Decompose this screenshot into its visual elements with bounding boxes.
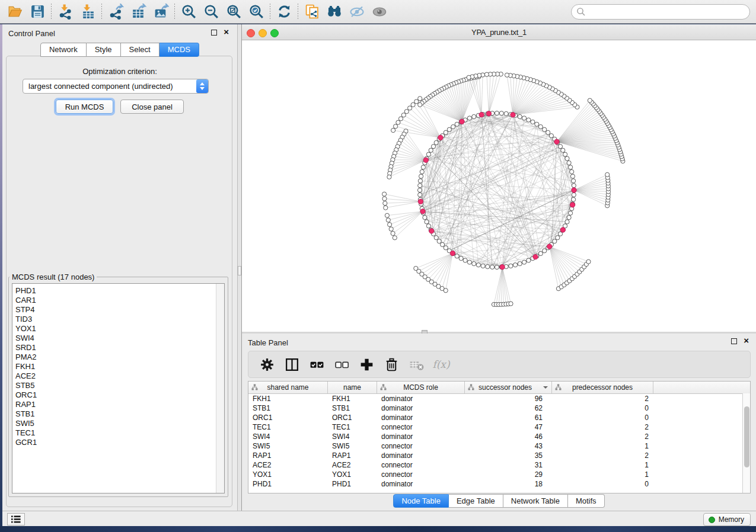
mcds-result-item[interactable]: CAR1 (12, 296, 224, 305)
table-row[interactable]: RAP1RAP1dominator352 (248, 451, 750, 460)
tab-node-table[interactable]: Node Table (393, 494, 449, 508)
mcds-result-item[interactable]: ORC1 (12, 390, 224, 400)
cell-name[interactable]: SWI5 (328, 441, 377, 451)
delete-column-button[interactable] (380, 353, 403, 376)
sort-menu-icon[interactable] (543, 386, 548, 389)
mcds-result-item[interactable]: STB1 (12, 409, 224, 419)
mcds-result-item[interactable]: SWI5 (12, 419, 224, 428)
export-table-button[interactable] (127, 2, 149, 22)
memory-button[interactable]: Memory (703, 513, 751, 526)
panel-splitter-vertical[interactable] (237, 24, 242, 511)
import-table-button[interactable] (76, 2, 99, 22)
table-scrollbar[interactable] (742, 393, 750, 493)
close-table-panel-icon[interactable]: × (744, 335, 749, 346)
close-panel-button[interactable]: Close panel (120, 100, 184, 114)
mcds-result-item[interactable]: RAP1 (12, 400, 224, 409)
add-column-button[interactable] (355, 353, 378, 376)
cell-predecessor-nodes[interactable]: 2 (552, 394, 653, 403)
cell-shared-name[interactable]: TEC1 (248, 422, 328, 432)
run-mcds-button[interactable]: Run MCDS (56, 100, 113, 114)
tab-select[interactable]: Select (121, 43, 160, 57)
splitter-handle[interactable] (238, 266, 241, 275)
cell-name[interactable]: FKH1 (328, 394, 377, 403)
close-panel-icon[interactable]: × (224, 27, 229, 37)
export-image-button[interactable] (149, 2, 172, 22)
cell-MCDS-role[interactable]: dominator (377, 451, 465, 460)
cell-shared-name[interactable]: PHD1 (248, 479, 328, 489)
export-network-button[interactable] (104, 2, 127, 22)
zoom-out-button[interactable] (200, 2, 222, 22)
cell-successor-nodes[interactable]: 62 (465, 403, 552, 413)
tab-edge-table[interactable]: Edge Table (449, 494, 503, 508)
cell-name[interactable]: YOX1 (328, 470, 377, 479)
cell-name[interactable]: ORC1 (328, 413, 377, 422)
tab-mcds[interactable]: MCDS (160, 43, 199, 57)
cell-name[interactable]: PHD1 (328, 479, 377, 489)
cell-predecessor-nodes[interactable]: 2 (552, 432, 653, 441)
cell-name[interactable]: SWI4 (328, 432, 377, 441)
cell-shared-name[interactable]: FKH1 (248, 394, 328, 403)
cell-successor-nodes[interactable]: 29 (465, 470, 552, 479)
cell-MCDS-role[interactable]: connector (377, 470, 465, 479)
cell-predecessor-nodes[interactable]: 1 (552, 470, 653, 479)
cell-shared-name[interactable]: RAP1 (248, 451, 328, 460)
cell-shared-name[interactable]: ORC1 (248, 413, 328, 422)
mcds-result-item[interactable]: PHD1 (12, 284, 224, 296)
mcds-result-item[interactable]: ACE2 (12, 371, 224, 381)
tab-motifs[interactable]: Motifs (568, 494, 605, 508)
column-header-name[interactable]: name (328, 382, 377, 393)
cell-name[interactable]: ACE2 (328, 460, 377, 470)
column-header-successor-nodes[interactable]: successor nodes (465, 382, 552, 393)
network-window-titlebar[interactable]: YPA_prune.txt_1 (242, 24, 756, 40)
table-row[interactable]: TEC1TEC1connector472 (248, 422, 750, 432)
column-header-MCDS-role[interactable]: MCDS role (377, 382, 465, 393)
column-header-shared-name[interactable]: shared name (248, 382, 328, 393)
float-table-panel-icon[interactable] (731, 338, 737, 344)
mcds-result-item[interactable]: STP4 (12, 305, 224, 315)
cell-successor-nodes[interactable]: 43 (465, 441, 552, 451)
mcds-result-item[interactable]: YOX1 (12, 324, 224, 334)
deselect-all-button[interactable] (330, 353, 353, 376)
cell-name[interactable]: STB1 (328, 403, 377, 413)
cell-MCDS-role[interactable]: connector (377, 422, 465, 432)
cell-successor-nodes[interactable]: 18 (465, 479, 552, 489)
table-row[interactable]: SWI5SWI5connector431 (248, 441, 750, 451)
cell-predecessor-nodes[interactable]: 0 (552, 403, 653, 413)
mcds-result-item[interactable]: GCR1 (12, 438, 224, 447)
mcds-result-item[interactable]: SWI4 (12, 334, 224, 343)
mcds-result-item[interactable]: PMA2 (12, 352, 224, 362)
table-row[interactable]: PHD1PHD1dominator180 (248, 479, 750, 489)
optimization-criterion-dropdown[interactable]: largest connected component (undirected) (23, 79, 209, 94)
cell-name[interactable]: TEC1 (328, 422, 377, 432)
mcds-result-item[interactable]: TEC1 (12, 428, 224, 438)
tab-style[interactable]: Style (87, 43, 121, 57)
table-row[interactable]: ORC1ORC1dominator610 (248, 413, 750, 422)
task-history-button[interactable] (7, 513, 25, 525)
cell-MCDS-role[interactable]: dominator (377, 479, 465, 489)
refresh-button[interactable] (273, 2, 295, 22)
cell-successor-nodes[interactable]: 96 (465, 394, 552, 403)
cell-successor-nodes[interactable]: 61 (465, 413, 552, 422)
copy-network-button[interactable] (301, 2, 323, 22)
mcds-list-scrollbar[interactable] (216, 284, 224, 493)
cell-successor-nodes[interactable]: 47 (465, 422, 552, 432)
mcds-result-item[interactable]: FKH1 (12, 362, 224, 371)
hide-selected-button[interactable] (346, 2, 368, 22)
search-field[interactable] (571, 4, 750, 20)
table-settings-button[interactable] (256, 353, 278, 376)
cell-MCDS-role[interactable]: dominator (377, 432, 465, 441)
tab-network[interactable]: Network (40, 43, 87, 57)
cell-predecessor-nodes[interactable]: 2 (552, 451, 653, 460)
cell-shared-name[interactable]: ACE2 (248, 460, 328, 470)
cell-successor-nodes[interactable]: 35 (465, 451, 552, 460)
network-graph[interactable] (242, 40, 756, 332)
cell-predecessor-nodes[interactable]: 0 (552, 479, 653, 489)
table-row[interactable]: FKH1FKH1dominator962 (248, 394, 750, 403)
cell-successor-nodes[interactable]: 31 (465, 460, 552, 470)
show-columns-button[interactable] (280, 353, 303, 376)
zoom-selected-button[interactable] (245, 2, 267, 22)
import-network-button[interactable] (54, 2, 76, 22)
cell-shared-name[interactable]: SWI4 (248, 432, 328, 441)
cell-MCDS-role[interactable]: dominator (377, 403, 465, 413)
cell-MCDS-role[interactable]: dominator (377, 413, 465, 422)
